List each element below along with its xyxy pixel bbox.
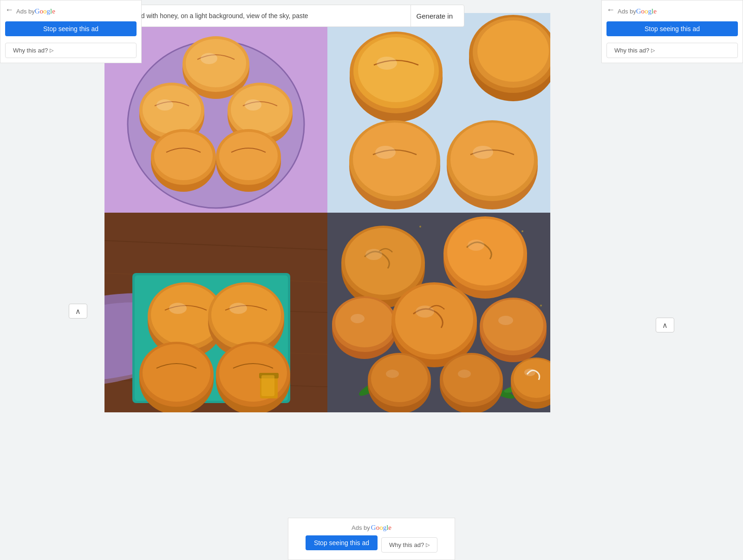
svg-point-52 xyxy=(211,285,281,345)
generate-button[interactable]: Generate in xyxy=(411,5,458,26)
why-ad-icon-right: ▷ xyxy=(651,47,655,53)
why-ad-button-right[interactable]: Why this ad? ▷ xyxy=(606,43,738,58)
ads-by-google-bottom: Ads by Google xyxy=(352,524,391,532)
svg-point-18 xyxy=(156,99,173,111)
svg-point-88 xyxy=(395,285,473,354)
svg-point-29 xyxy=(477,20,549,82)
svg-point-33 xyxy=(375,146,396,159)
ad-panel-right: ← Ads by Google Stop seeing this ad Why … xyxy=(601,0,743,63)
bottom-button-row: Stop seeing this ad Why this ad? ▷ xyxy=(306,535,437,554)
left-back-arrow[interactable]: ← xyxy=(5,5,13,15)
svg-point-25 xyxy=(377,57,397,70)
left-panel-header: ← Ads by Google xyxy=(5,5,137,18)
image-cell-3 xyxy=(104,213,327,412)
svg-point-7 xyxy=(143,85,201,134)
why-ad-icon-left: ▷ xyxy=(50,47,53,53)
svg-point-4 xyxy=(186,39,246,87)
svg-point-96 xyxy=(371,355,428,402)
svg-point-36 xyxy=(450,123,534,196)
svg-point-85 xyxy=(351,314,365,323)
collapse-button-left[interactable]: ∧ xyxy=(69,304,87,319)
ads-by-label-right: Ads by xyxy=(618,8,636,15)
image-grid xyxy=(104,13,550,412)
bottom-ad-inner: Ads by Google Stop seeing this ad Why th… xyxy=(294,524,449,554)
why-ad-label-bottom: Why this ad? xyxy=(389,541,424,548)
svg-point-53 xyxy=(229,303,247,314)
svg-point-101 xyxy=(458,370,471,378)
svg-point-49 xyxy=(169,303,187,314)
svg-point-37 xyxy=(473,146,493,159)
right-ad-buttons: Stop seeing this ad Why this ad? ▷ xyxy=(606,21,738,58)
svg-point-80 xyxy=(447,219,523,286)
svg-point-105 xyxy=(524,369,535,376)
ads-by-label-bottom: Ads by xyxy=(352,524,370,531)
right-panel-header: ← Ads by Google xyxy=(606,5,738,18)
why-ad-icon-bottom: ▷ xyxy=(426,542,430,548)
svg-point-93 xyxy=(498,316,513,325)
svg-point-16 xyxy=(219,132,278,180)
svg-point-97 xyxy=(386,370,399,378)
svg-point-17 xyxy=(201,53,217,64)
prompt-text: uns, drizzled with honey, on a light bac… xyxy=(108,12,411,20)
google-logo-left: Google xyxy=(35,7,55,15)
svg-rect-62 xyxy=(261,375,274,396)
google-logo-bottom: Google xyxy=(371,524,391,532)
google-logo-right: Google xyxy=(636,7,657,15)
svg-point-24 xyxy=(358,37,434,102)
image-cell-4 xyxy=(327,213,550,412)
prompt-bar[interactable]: uns, drizzled with honey, on a light bac… xyxy=(102,5,464,27)
ads-by-label-left: Ads by xyxy=(16,8,35,15)
why-ad-button-left[interactable]: Why this ad? ▷ xyxy=(5,43,137,58)
svg-point-100 xyxy=(443,355,500,402)
chevron-up-icon-right: ∧ xyxy=(662,321,668,330)
svg-point-89 xyxy=(416,306,434,318)
stop-ad-button-right[interactable]: Stop seeing this ad xyxy=(606,21,738,36)
svg-point-56 xyxy=(143,344,210,402)
why-ad-label-left: Why this ad? xyxy=(13,47,48,54)
why-ad-label-right: Why this ad? xyxy=(614,47,649,54)
svg-point-81 xyxy=(468,240,484,251)
ad-panel-bottom: Ads by Google Stop seeing this ad Why th… xyxy=(288,518,455,560)
left-ad-buttons: Stop seeing this ad Why this ad? ▷ xyxy=(5,21,137,58)
chevron-up-icon-left: ∧ xyxy=(75,307,81,316)
svg-point-76 xyxy=(345,228,421,295)
ad-panel-left: ← Ads by Google Stop seeing this ad Why … xyxy=(0,0,142,63)
svg-point-32 xyxy=(353,123,437,196)
svg-point-69 xyxy=(540,305,542,306)
why-ad-button-bottom[interactable]: Why this ad? ▷ xyxy=(381,537,437,553)
svg-point-10 xyxy=(231,85,289,134)
svg-point-19 xyxy=(245,99,261,111)
svg-point-77 xyxy=(365,249,382,260)
stop-ad-button-bottom[interactable]: Stop seeing this ad xyxy=(306,535,378,550)
collapse-button-right[interactable]: ∧ xyxy=(656,318,674,332)
svg-point-67 xyxy=(521,230,523,232)
svg-point-13 xyxy=(154,132,213,180)
stop-ad-button-left[interactable]: Stop seeing this ad xyxy=(5,21,137,36)
svg-point-92 xyxy=(483,300,543,351)
svg-point-84 xyxy=(335,298,394,347)
image-cell-2 xyxy=(327,13,550,213)
svg-point-65 xyxy=(419,226,421,228)
right-back-arrow[interactable]: ← xyxy=(606,5,615,15)
